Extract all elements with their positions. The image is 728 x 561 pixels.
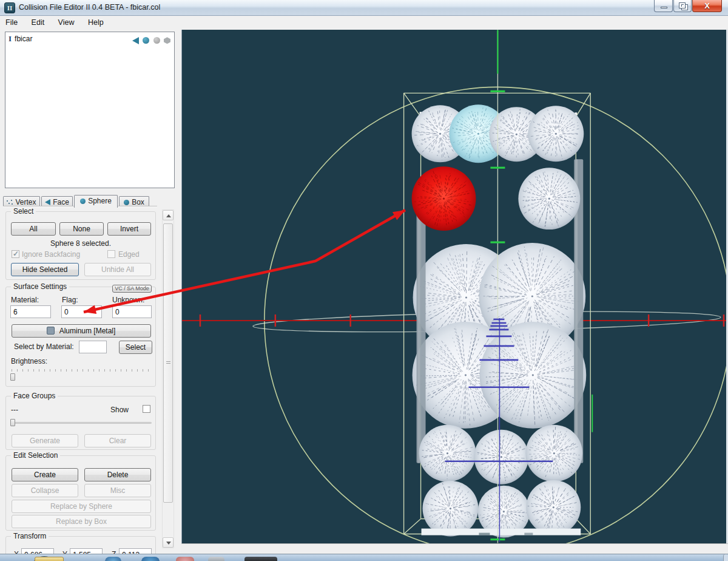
show-label: Show (110, 406, 129, 414)
screen: II Collision File Editor II 0.4 BETA - f… (0, 0, 728, 561)
tab-box[interactable]: Box (119, 196, 149, 207)
clear-button[interactable]: Clear (84, 434, 151, 447)
menu-view[interactable]: View (53, 16, 80, 29)
face-type-icon (132, 37, 139, 44)
menu-bar: File Edit View Help (0, 16, 728, 29)
taskbar-app5-icon[interactable] (244, 557, 277, 561)
taskbar-app1-icon[interactable] (105, 557, 121, 561)
tab-sphere[interactable]: Sphere (74, 195, 118, 208)
surface-settings-label: Surface Settings (11, 282, 69, 291)
selection-status: Sphere 8 selected. (5, 239, 156, 248)
window-bottom-strip (181, 543, 728, 554)
material-name-button[interactable]: Aluminum [Metal] (12, 324, 151, 338)
unknown-label: Unknown: (112, 296, 144, 304)
flag-label: Flag: (62, 296, 78, 304)
transform-label: Transform (11, 532, 49, 540)
panel-scrollbar[interactable] (162, 209, 174, 548)
close-icon: X (693, 1, 721, 10)
box-type-icon (164, 37, 170, 44)
taskbar-app2-icon[interactable] (141, 557, 160, 561)
viewport-3d[interactable] (181, 30, 726, 543)
brightness-slider[interactable] (10, 373, 15, 381)
face-icon (45, 199, 50, 205)
select-by-material-label: Select by Material: (14, 342, 74, 351)
taskbar-folder-icon[interactable] (35, 557, 64, 561)
sphere-icon (80, 199, 86, 204)
minimize-button[interactable] (654, 0, 673, 12)
minimize-icon (661, 7, 667, 8)
taskbar-app4-icon[interactable] (208, 557, 224, 561)
misc-button[interactable]: Misc (84, 484, 151, 497)
brightness-label: Brightness: (11, 357, 47, 365)
material-label: Material: (11, 296, 39, 304)
replace-by-sphere-button[interactable]: Replace by Sphere (12, 500, 151, 513)
create-button[interactable]: Create (12, 468, 78, 481)
taskbar-app3-icon[interactable] (176, 557, 194, 561)
sphere-off-icon (153, 37, 160, 44)
unknown-input[interactable] (112, 305, 152, 318)
delete-button[interactable]: Delete (84, 468, 151, 481)
scroll-thumb[interactable] (163, 223, 173, 503)
scroll-down-arrow[interactable] (163, 537, 174, 548)
menu-help[interactable]: Help (83, 16, 109, 29)
face-group-slider[interactable] (10, 419, 15, 426)
edit-selection-label: Edit Selection (11, 451, 60, 460)
replace-by-box-button[interactable]: Replace by Box (12, 515, 151, 528)
select-group-label: Select (11, 207, 36, 216)
box-icon (124, 200, 129, 205)
tree-item-fbicar[interactable]: Ifbicar (8, 34, 32, 44)
app-icon: II (4, 2, 15, 13)
vertex-icon (7, 200, 13, 205)
model-icon: I (8, 34, 12, 43)
scroll-up-arrow[interactable] (163, 210, 174, 220)
restore-button[interactable] (673, 0, 692, 12)
flag-input[interactable] (61, 305, 102, 318)
brightness-ticks (12, 369, 152, 372)
ignore-backfacing-label: Ignore Backfacing (22, 250, 80, 259)
collapse-button[interactable]: Collapse (12, 484, 78, 497)
material-input[interactable] (10, 305, 51, 318)
close-button[interactable]: X (692, 0, 722, 12)
tab-vertex[interactable]: Vertex (3, 196, 40, 207)
model-tree[interactable]: Ifbicar (5, 32, 175, 188)
sphere-type-icon (143, 37, 149, 44)
unhide-all-button[interactable]: Unhide All (84, 263, 151, 276)
menu-file[interactable]: File (0, 16, 23, 29)
select-all-button[interactable]: All (11, 222, 56, 236)
hide-selected-button[interactable]: Hide Selected (11, 263, 79, 276)
select-by-material-button[interactable]: Select (119, 341, 152, 354)
window-title: Collision File Editor II 0.4 BETA - fbic… (19, 3, 160, 12)
select-by-material-input[interactable] (79, 341, 107, 353)
edged-checkbox[interactable] (107, 250, 115, 258)
face-groups-value: --- (11, 406, 18, 414)
ignore-backfacing-checkbox[interactable] (12, 250, 19, 258)
left-panel: Ifbicar Vertex Face Sphere Box (0, 29, 181, 554)
face-group-slider-track (11, 422, 152, 424)
tree-type-icons (131, 35, 170, 46)
menu-edit[interactable]: Edit (26, 16, 50, 29)
material-color-swatch (47, 327, 55, 335)
show-desktop-button[interactable] (723, 554, 728, 561)
edged-label: Edged (118, 250, 140, 259)
y-input[interactable] (70, 548, 103, 554)
select-none-button[interactable]: None (59, 222, 104, 236)
tab-face[interactable]: Face (41, 196, 73, 207)
x-input[interactable] (21, 548, 54, 554)
generate-button[interactable]: Generate (12, 434, 78, 447)
z-input[interactable] (119, 548, 152, 554)
title-bar[interactable]: II Collision File Editor II 0.4 BETA - f… (0, 0, 728, 16)
select-invert-button[interactable]: Invert (107, 222, 151, 236)
taskbar (0, 554, 728, 561)
vc-sa-mode-button[interactable]: VC / SA Mode (112, 285, 152, 293)
show-checkbox[interactable] (143, 405, 150, 413)
face-groups-label: Face Groups (11, 392, 58, 400)
